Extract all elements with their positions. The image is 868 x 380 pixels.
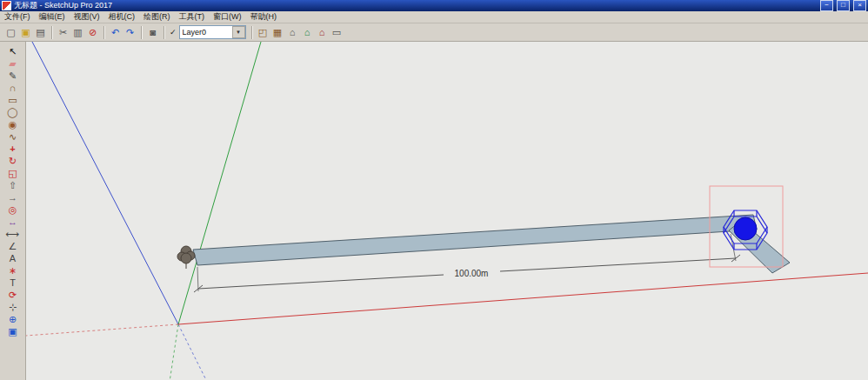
menu-item-3[interactable]: 相机(C) (104, 11, 140, 23)
zoom-tool[interactable]: ⊕ (3, 313, 23, 325)
arc-tool[interactable]: ∩ (3, 82, 23, 94)
share-model-icon[interactable]: ⌂ (300, 25, 315, 40)
axes-tool[interactable]: ∗ (3, 264, 23, 277)
copy-icon[interactable]: ▥ (70, 25, 85, 40)
rotate-tool[interactable]: ↻ (3, 155, 23, 167)
component-icon[interactable]: ◰ (256, 25, 270, 40)
tool-palette: ↖▰✎∩▭◯◉∿+↻◱⇧→◎↔⟷∠A∗T⟳⊹⊕▣ (0, 42, 26, 380)
toolbar-right-group: ◰▦⌂⌂⌂▭ (256, 25, 344, 40)
drawing-canvas[interactable]: 100.00m (26, 42, 868, 380)
text-tool[interactable]: A (3, 252, 23, 264)
delete-icon[interactable]: ⊘ (85, 25, 100, 40)
freehand-tool[interactable]: ∿ (3, 130, 23, 143)
red-axis-dashed (26, 324, 178, 336)
tape-measure-tool[interactable]: ↔ (3, 216, 23, 228)
menu-item-6[interactable]: 窗口(W) (209, 11, 246, 23)
cut-icon[interactable]: ✂ (56, 25, 70, 40)
components-stack-icon[interactable]: ▦ (270, 25, 285, 40)
menu-item-1[interactable]: 编辑(E) (35, 11, 70, 23)
menu-item-4[interactable]: 绘图(R) (139, 11, 175, 23)
toolbar-separator (164, 26, 164, 39)
menu-item-5[interactable]: 工具(T) (175, 11, 210, 23)
new-document-icon[interactable]: ▢ (3, 25, 18, 40)
red-axis (178, 273, 868, 324)
redo-icon[interactable]: ↷ (123, 25, 137, 40)
protractor-tool[interactable]: ∠ (3, 240, 23, 252)
toolbar-separator (51, 26, 52, 39)
tree[interactable] (177, 246, 195, 269)
minimize-button[interactable]: − (820, 0, 833, 11)
undo-icon[interactable]: ↶ (108, 25, 123, 40)
follow-me-tool[interactable]: → (3, 191, 23, 203)
circle-tool[interactable]: ◯ (3, 106, 23, 118)
toolbar-left-group: ▢▣▤✂▥⊘↶↷◙ (3, 25, 160, 40)
blue-axis (32, 42, 178, 324)
maximize-button[interactable]: □ (837, 0, 850, 11)
3d-text-tool[interactable]: T (3, 277, 23, 289)
green-axis-dashed (170, 324, 178, 380)
rectangle-tool[interactable]: ▭ (3, 94, 23, 106)
layer-combo: ✓ Layer0 ▼ (170, 25, 246, 39)
window-title: 无标题 - SketchUp Pro 2017 (14, 0, 817, 11)
sphere-component[interactable] (734, 217, 757, 240)
push-pull-tool[interactable]: ⇧ (3, 179, 23, 191)
close-button[interactable]: × (853, 0, 866, 11)
scale-tool[interactable]: ◱ (3, 167, 23, 179)
extension-warehouse-icon[interactable]: ⌂ (315, 25, 330, 40)
toolbar-separator (251, 26, 252, 39)
chevron-down-icon[interactable]: ▼ (232, 26, 245, 38)
app-icon (2, 1, 11, 10)
menu-bar: 文件(F)编辑(E)视图(V)相机(C)绘图(R)工具(T)窗口(W)帮助(H) (0, 11, 868, 23)
orbit-tool[interactable]: ⟳ (3, 289, 23, 301)
pan-tool[interactable]: ⊹ (3, 301, 23, 313)
dimension-label: 100.00m (455, 269, 489, 278)
open-icon[interactable]: ▣ (18, 25, 33, 40)
eraser-tool[interactable]: ▰ (3, 57, 23, 70)
layer-dropdown[interactable]: Layer0 ▼ (179, 25, 246, 39)
blue-axis-dashed (178, 324, 207, 380)
green-axis (178, 42, 261, 324)
dimension-tool[interactable]: ⟷ (3, 228, 23, 240)
move-tool[interactable]: + (3, 143, 23, 155)
offset-tool[interactable]: ◎ (3, 203, 23, 216)
paint-bucket-icon[interactable]: ◙ (145, 25, 160, 40)
line-tool[interactable]: ✎ (3, 70, 23, 82)
save-icon[interactable]: ▤ (33, 25, 48, 40)
toolbar-separator (141, 26, 142, 39)
layer-visibility-check[interactable]: ✓ (170, 28, 177, 37)
get-models-icon[interactable]: ⌂ (285, 25, 300, 40)
zoom-extents-tool[interactable]: ▣ (3, 325, 23, 337)
polygon-tool[interactable]: ◉ (3, 118, 23, 130)
toolbar-separator (103, 26, 104, 39)
model-info-icon[interactable]: ▭ (330, 25, 344, 40)
select-tool[interactable]: ↖ (3, 45, 23, 57)
menu-item-7[interactable]: 帮助(H) (246, 11, 282, 23)
title-bar: 无标题 - SketchUp Pro 2017 − □ × (0, 0, 868, 11)
toolbar: ▢▣▤✂▥⊘↶↷◙ ✓ Layer0 ▼ ◰▦⌂⌂⌂▭ (0, 23, 868, 42)
layer-dropdown-value: Layer0 (183, 28, 207, 37)
menu-item-2[interactable]: 视图(V) (70, 11, 104, 23)
ribbon-face[interactable] (193, 215, 757, 265)
menu-item-0[interactable]: 文件(F) (0, 11, 35, 23)
